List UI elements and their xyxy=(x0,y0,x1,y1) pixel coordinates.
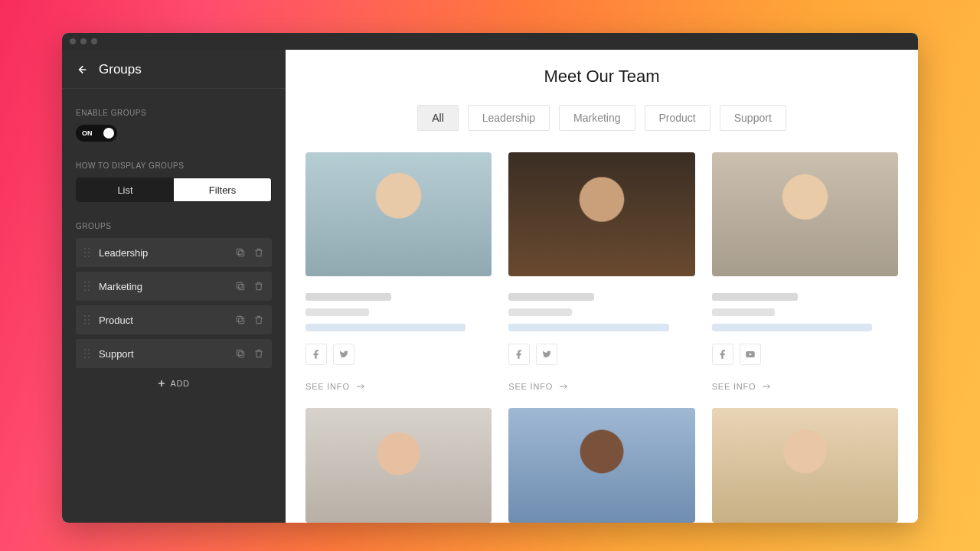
group-item-label: Marketing xyxy=(99,281,235,292)
svg-point-16 xyxy=(84,315,86,317)
see-info-link[interactable]: SEE INFO xyxy=(508,382,694,391)
arrow-right-icon xyxy=(356,383,365,390)
facebook-icon[interactable] xyxy=(305,344,327,365)
see-info-label: SEE INFO xyxy=(712,382,756,391)
filter-all[interactable]: All xyxy=(417,105,459,131)
facebook-icon[interactable] xyxy=(508,344,530,365)
trash-icon[interactable] xyxy=(253,348,264,359)
settings-sidebar: Groups ENABLE GROUPS ON HOW TO DISPLAY G… xyxy=(62,50,286,523)
twitter-icon[interactable] xyxy=(333,344,354,365)
add-label: ADD xyxy=(170,379,189,388)
see-info-label: SEE INFO xyxy=(508,382,553,391)
page-title: Meet Our Team xyxy=(305,67,898,86)
svg-rect-22 xyxy=(239,318,244,324)
group-item-label: Leadership xyxy=(99,247,235,259)
team-card: SEE INFO xyxy=(712,152,898,391)
group-item-product[interactable]: Product xyxy=(76,305,272,334)
filter-support[interactable]: Support xyxy=(720,105,786,131)
svg-point-29 xyxy=(88,357,90,358)
arrow-right-icon xyxy=(559,383,568,390)
group-item-label: Product xyxy=(99,315,235,326)
member-photo xyxy=(712,152,898,276)
svg-rect-7 xyxy=(237,249,242,254)
svg-point-11 xyxy=(88,285,90,287)
team-card: SEE INFO xyxy=(508,152,694,391)
traffic-light-close[interactable] xyxy=(70,38,76,44)
drag-handle-icon[interactable] xyxy=(83,246,91,259)
svg-point-21 xyxy=(88,323,90,324)
placeholder-bio xyxy=(712,324,872,331)
filter-bar: All Leadership Marketing Product Support xyxy=(305,105,898,131)
svg-point-25 xyxy=(88,349,90,350)
group-item-leadership[interactable]: Leadership xyxy=(76,238,272,267)
back-icon[interactable] xyxy=(76,64,88,76)
svg-point-17 xyxy=(88,315,90,317)
duplicate-icon[interactable] xyxy=(235,348,246,359)
trash-icon[interactable] xyxy=(253,281,264,292)
group-item-label: Support xyxy=(99,348,235,360)
facebook-icon[interactable] xyxy=(712,344,733,365)
display-mode-segmented: List Filters xyxy=(76,178,272,202)
preview-pane: Meet Our Team All Leadership Marketing P… xyxy=(286,50,918,523)
svg-point-3 xyxy=(88,252,90,253)
svg-point-12 xyxy=(84,289,86,291)
drag-handle-icon[interactable] xyxy=(83,347,91,360)
filter-leadership[interactable]: Leadership xyxy=(468,105,550,131)
filter-product[interactable]: Product xyxy=(645,105,710,131)
group-item-marketing[interactable]: Marketing xyxy=(76,272,272,301)
placeholder-role xyxy=(508,308,572,316)
svg-point-20 xyxy=(84,323,86,324)
groups-list: Leadership Marketing Produ xyxy=(62,238,286,368)
see-info-label: SEE INFO xyxy=(305,382,350,391)
traffic-light-zoom[interactable] xyxy=(91,38,97,44)
see-info-link[interactable]: SEE INFO xyxy=(712,382,898,391)
svg-point-26 xyxy=(84,353,86,354)
svg-rect-23 xyxy=(237,316,242,321)
svg-point-24 xyxy=(84,349,86,350)
enable-groups-toggle[interactable]: ON xyxy=(76,125,117,142)
placeholder-name xyxy=(712,293,798,301)
groups-list-label: GROUPS xyxy=(62,222,286,230)
display-mode-filters[interactable]: Filters xyxy=(174,178,271,201)
team-card: SEE INFO xyxy=(305,152,492,391)
team-card xyxy=(305,408,492,523)
toggle-state-label: ON xyxy=(79,129,93,137)
see-info-link[interactable]: SEE INFO xyxy=(305,382,492,391)
placeholder-name xyxy=(305,293,391,301)
duplicate-icon[interactable] xyxy=(235,247,246,258)
svg-rect-31 xyxy=(237,350,242,355)
trash-icon[interactable] xyxy=(253,247,264,258)
duplicate-icon[interactable] xyxy=(235,315,246,325)
svg-point-9 xyxy=(88,282,90,283)
svg-point-27 xyxy=(88,353,90,354)
display-mode-list[interactable]: List xyxy=(77,178,174,201)
traffic-light-minimize[interactable] xyxy=(80,38,87,44)
team-card xyxy=(712,408,898,523)
enable-groups-label: ENABLE GROUPS xyxy=(62,109,286,117)
group-item-support[interactable]: Support xyxy=(76,339,272,368)
display-mode-label: HOW TO DISPLAY GROUPS xyxy=(62,161,286,170)
sidebar-title: Groups xyxy=(99,62,142,77)
svg-point-13 xyxy=(88,289,90,291)
youtube-icon[interactable] xyxy=(740,344,761,365)
member-photo xyxy=(305,408,492,523)
svg-rect-30 xyxy=(239,352,244,357)
drag-handle-icon[interactable] xyxy=(83,280,91,292)
twitter-icon[interactable] xyxy=(536,344,557,365)
placeholder-bio xyxy=(508,324,668,331)
duplicate-icon[interactable] xyxy=(235,281,246,292)
add-group-button[interactable]: ADD xyxy=(62,368,286,399)
svg-point-10 xyxy=(84,285,86,287)
plus-icon xyxy=(158,380,165,387)
svg-point-18 xyxy=(84,319,86,321)
member-photo xyxy=(712,408,898,523)
filter-marketing[interactable]: Marketing xyxy=(559,105,635,131)
svg-point-0 xyxy=(84,248,86,249)
drag-handle-icon[interactable] xyxy=(83,314,91,326)
svg-rect-15 xyxy=(237,282,242,288)
team-card xyxy=(508,408,694,523)
trash-icon[interactable] xyxy=(253,315,264,325)
svg-point-2 xyxy=(84,252,86,253)
svg-point-28 xyxy=(84,357,86,358)
svg-rect-6 xyxy=(239,251,244,256)
